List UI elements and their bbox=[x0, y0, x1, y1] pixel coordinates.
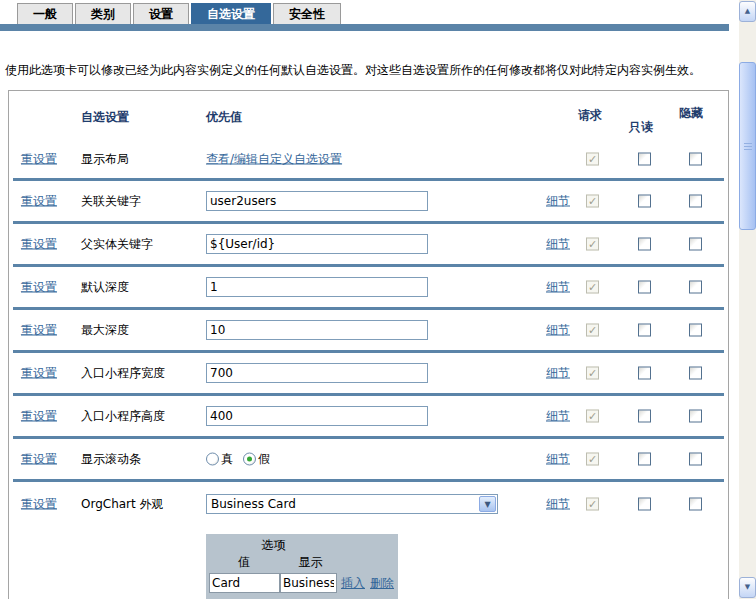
table-row-orgchart-appearance: 重设置 OrgChart 外观 Business Card ▼ 细节 ✓ bbox=[9, 482, 728, 526]
chevron-down-icon: ▼ bbox=[745, 583, 750, 591]
readonly-checkbox[interactable] bbox=[638, 324, 651, 337]
column-header-readonly: 只读 bbox=[629, 119, 653, 136]
hidden-checkbox[interactable] bbox=[689, 367, 702, 380]
check-icon: ✓ bbox=[588, 281, 597, 294]
details-link[interactable]: 细节 bbox=[546, 496, 570, 513]
tab-general[interactable]: 一般 bbox=[17, 3, 73, 24]
hidden-checkbox[interactable] bbox=[689, 324, 702, 337]
tab-custom-settings[interactable]: 自选设置 bbox=[191, 3, 271, 24]
radio-true-label: 真 bbox=[221, 451, 233, 468]
reset-link[interactable]: 重设置 bbox=[21, 496, 57, 513]
show-scrollbar-radio-group: 真 假 bbox=[206, 451, 278, 468]
table-row-default-depth: 重设置 默认深度 细节 ✓ bbox=[9, 267, 728, 307]
hidden-checkbox[interactable] bbox=[689, 498, 702, 511]
setting-label: 入口小程序高度 bbox=[81, 408, 165, 425]
portlet-width-input[interactable] bbox=[206, 363, 428, 383]
request-checkbox: ✓ bbox=[586, 410, 599, 423]
details-link[interactable]: 细节 bbox=[546, 322, 570, 339]
check-icon: ✓ bbox=[588, 238, 597, 251]
setting-label: 关联关键字 bbox=[81, 193, 141, 210]
column-header-value: 优先值 bbox=[206, 109, 242, 126]
table-row-max-depth: 重设置 最大深度 细节 ✓ bbox=[9, 310, 728, 350]
setting-label: 显示布局 bbox=[81, 150, 129, 167]
reset-link[interactable]: 重设置 bbox=[21, 236, 57, 253]
hidden-checkbox[interactable] bbox=[689, 152, 702, 165]
request-checkbox: ✓ bbox=[586, 152, 599, 165]
hidden-checkbox[interactable] bbox=[689, 281, 702, 294]
column-header-request: 请求 bbox=[578, 107, 602, 124]
details-link[interactable]: 细节 bbox=[546, 408, 570, 425]
table-header-row: 自选设置 优先值 请求 只读 隐藏 bbox=[9, 91, 728, 139]
max-depth-input[interactable] bbox=[206, 320, 428, 340]
tab-category[interactable]: 类别 bbox=[75, 3, 131, 24]
intro-text: 使用此选项卡可以修改已经为此内容实例定义的任何默认自选设置。对这些自选设置所作的… bbox=[5, 62, 737, 78]
association-keyword-input[interactable] bbox=[206, 191, 428, 211]
insert-link[interactable]: 插入 bbox=[341, 575, 365, 592]
options-title: 选项 bbox=[207, 537, 340, 553]
hidden-checkbox[interactable] bbox=[689, 195, 702, 208]
scroll-up-button[interactable]: ▲ bbox=[739, 1, 756, 22]
readonly-checkbox[interactable] bbox=[638, 367, 651, 380]
reset-link[interactable]: 重设置 bbox=[21, 451, 57, 468]
table-row-portlet-height: 重设置 入口小程序高度 细节 ✓ bbox=[9, 396, 728, 436]
table-row-display-layout: 重设置 显示布局 查看/编辑自定义自选设置 ✓ bbox=[9, 139, 728, 178]
readonly-checkbox[interactable] bbox=[638, 152, 651, 165]
default-depth-input[interactable] bbox=[206, 277, 428, 297]
scroll-down-button[interactable]: ▼ bbox=[739, 577, 756, 598]
readonly-checkbox[interactable] bbox=[638, 195, 651, 208]
table-row-parent-entity-keyword: 重设置 父实体关键字 细节 ✓ bbox=[9, 224, 728, 264]
reset-link[interactable]: 重设置 bbox=[21, 279, 57, 296]
request-checkbox: ✓ bbox=[586, 453, 599, 466]
radio-false[interactable] bbox=[243, 453, 256, 466]
details-link[interactable]: 细节 bbox=[546, 236, 570, 253]
tab-settings[interactable]: 设置 bbox=[133, 3, 189, 24]
reset-link[interactable]: 重设置 bbox=[21, 193, 57, 210]
radio-true[interactable] bbox=[206, 453, 219, 466]
option-value-input[interactable] bbox=[209, 573, 280, 593]
scrollbar-thumb[interactable] bbox=[739, 62, 756, 230]
options-value-column-header: 值 bbox=[207, 554, 281, 571]
hidden-checkbox[interactable] bbox=[689, 453, 702, 466]
request-checkbox: ✓ bbox=[586, 367, 599, 380]
readonly-checkbox[interactable] bbox=[638, 238, 651, 251]
reset-link[interactable]: 重设置 bbox=[21, 365, 57, 382]
hidden-checkbox[interactable] bbox=[689, 410, 702, 423]
details-link[interactable]: 细节 bbox=[546, 365, 570, 382]
vertical-scrollbar[interactable]: ▲ ▼ bbox=[739, 0, 756, 599]
setting-label: 父实体关键字 bbox=[81, 236, 153, 253]
view-edit-custom-settings-link[interactable]: 查看/编辑自定义自选设置 bbox=[206, 150, 342, 167]
readonly-checkbox[interactable] bbox=[638, 453, 651, 466]
readonly-checkbox[interactable] bbox=[638, 281, 651, 294]
check-icon: ✓ bbox=[588, 498, 597, 511]
reset-link[interactable]: 重设置 bbox=[21, 150, 57, 167]
orgchart-appearance-select[interactable]: Business Card ▼ bbox=[206, 494, 498, 514]
details-link[interactable]: 细节 bbox=[546, 193, 570, 210]
option-display-input[interactable] bbox=[280, 573, 337, 593]
request-checkbox: ✓ bbox=[586, 195, 599, 208]
table-row-association-keyword: 重设置 关联关键字 细节 ✓ bbox=[9, 181, 728, 221]
request-checkbox: ✓ bbox=[586, 498, 599, 511]
tab-bar: 一般 类别 设置 自选设置 安全性 bbox=[17, 3, 341, 24]
check-icon: ✓ bbox=[588, 324, 597, 337]
check-icon: ✓ bbox=[588, 410, 597, 423]
request-checkbox: ✓ bbox=[586, 324, 599, 337]
chevron-up-icon: ▲ bbox=[745, 7, 750, 15]
request-checkbox: ✓ bbox=[586, 281, 599, 294]
tab-security[interactable]: 安全性 bbox=[273, 3, 341, 24]
reset-link[interactable]: 重设置 bbox=[21, 322, 57, 339]
details-link[interactable]: 细节 bbox=[546, 451, 570, 468]
readonly-checkbox[interactable] bbox=[638, 498, 651, 511]
portlet-height-input[interactable] bbox=[206, 406, 428, 426]
setting-label: 默认深度 bbox=[81, 279, 129, 296]
setting-label: 最大深度 bbox=[81, 322, 129, 339]
parent-entity-keyword-input[interactable] bbox=[206, 234, 428, 254]
reset-link[interactable]: 重设置 bbox=[21, 408, 57, 425]
delete-link[interactable]: 删除 bbox=[370, 575, 394, 592]
check-icon: ✓ bbox=[588, 367, 597, 380]
setting-label: 入口小程序宽度 bbox=[81, 365, 165, 382]
hidden-checkbox[interactable] bbox=[689, 238, 702, 251]
chevron-down-icon[interactable]: ▼ bbox=[479, 496, 496, 512]
details-link[interactable]: 细节 bbox=[546, 279, 570, 296]
readonly-checkbox[interactable] bbox=[638, 410, 651, 423]
request-checkbox: ✓ bbox=[586, 238, 599, 251]
